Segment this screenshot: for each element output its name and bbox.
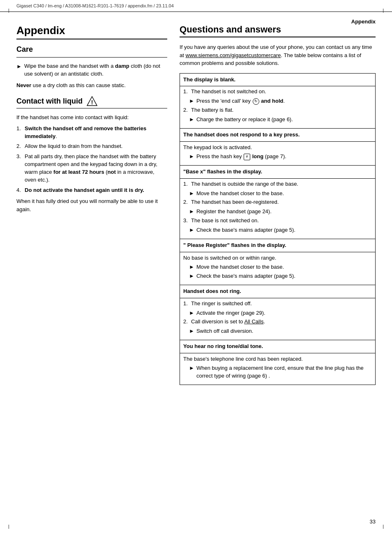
qa-1-bullet-1: ► Press the 'end call' key ↻ and hold.	[189, 97, 372, 105]
qa-1-item-2: 2. The battery is flat.	[183, 106, 372, 114]
qa-3-bullet-2-text: Register the handset (page 24).	[196, 208, 272, 216]
liquid-item-3: 3. Pat all parts dry, then place the han…	[16, 153, 167, 184]
qa-3-num-3: 3.	[183, 217, 189, 225]
qa-3-bullet-1: ► Move the handset closer to the base.	[189, 190, 372, 198]
qa-4-bullet-1-text: Move the handset closer to the base.	[196, 263, 284, 271]
qa-section-no-respond: The handset does not respond to a key pr…	[180, 129, 375, 166]
qa-bullet-arrow-8: ►	[189, 272, 194, 280]
qa-3-item-3-text: The base is not switched on.	[191, 217, 259, 225]
liquid-item-3-text: Pat all parts dry, then place the handse…	[25, 153, 167, 184]
qa-1-num-2: 2.	[183, 106, 189, 114]
qa-2-body-text: The keypad lock is activated.	[183, 143, 372, 152]
liquid-num-3: 3.	[16, 153, 22, 184]
liquid-item-1-bold: Switch the handset off and remove the ba…	[25, 125, 146, 139]
qa-3-bullet-1-text: Move the handset closer to the base.	[196, 190, 284, 198]
liquid-intro: If the handset has come into contact wit…	[16, 113, 167, 122]
qa-divider	[180, 37, 376, 37]
qa-5-item-1: 1. The ringer is switched off.	[183, 300, 372, 308]
qa-3-item-1: 1. The handset is outside the range of t…	[183, 180, 372, 188]
liquid-item-2-text: Allow the liquid to drain from the hands…	[25, 143, 122, 150]
hash-key-icon: #	[244, 154, 250, 160]
care-title: Care	[16, 45, 167, 54]
qa-3-bullet-2: ► Register the handset (page 24).	[189, 208, 372, 216]
qa-bullet-arrow-4: ►	[189, 190, 194, 198]
qa-3-item-3: 3. The base is not switched on.	[183, 217, 372, 225]
qa-section-header-2: The handset does not respond to a key pr…	[180, 129, 375, 142]
liquid-num-2: 2.	[16, 143, 22, 150]
qa-1-item-1-text: The handset is not switched on.	[191, 88, 266, 96]
qa-section-no-tone: You hear no ring tone/dial tone. The bas…	[180, 340, 375, 385]
care-bullet-1-text: Wipe the base and the handset with a dam…	[24, 62, 167, 78]
qa-bullet-arrow-5: ►	[189, 208, 194, 216]
liquid-num-1: 1.	[16, 125, 22, 141]
liquid-item-4: 4. Do not activate the handset again unt…	[16, 187, 167, 194]
qa-5-bullet-1-text: Activate the ringer (page 29).	[196, 309, 265, 317]
qa-title: Questions and answers	[180, 24, 376, 35]
qa-intro: If you have any queries about the use of…	[180, 43, 376, 67]
page: | | | | Gigaset C340 / lm-eng / A31008-M…	[0, 0, 392, 537]
care-never-text: Never use a dry cloth as this can cause …	[16, 81, 167, 90]
qa-5-item-2-text: Call diversion is set to All Calls.	[191, 318, 265, 326]
liquid-item-4-text: Do not activate the handset again until …	[25, 187, 144, 194]
qa-section-body-5: 1. The ringer is switched off. ► Activat…	[180, 298, 375, 340]
care-never-bold: Never	[16, 82, 31, 88]
qa-bullet-arrow-1: ►	[189, 97, 194, 105]
qa-bullet-arrow-9: ►	[189, 309, 194, 317]
right-column: Questions and answers If you have any qu…	[180, 24, 376, 385]
top-right-label: Appendix	[351, 18, 376, 25]
qa-section-header-6: You hear no ring tone/dial tone.	[180, 340, 375, 353]
qa-section-body-1: 1. The handset is not switched on. ► Pre…	[180, 86, 375, 128]
qa-1-bullet-2-text: Charge the battery or replace it (page 6…	[196, 116, 293, 124]
qa-3-item-2: 2. The handset has been de-registered.	[183, 198, 372, 206]
qa-3-bullet-3: ► Check the base's mains adapter (page 5…	[189, 226, 372, 234]
qa-3-num-2: 2.	[183, 198, 189, 206]
qa-bullet-arrow-3: ►	[189, 153, 194, 161]
qa-section-header-3: "Base x" flashes in the display.	[180, 166, 375, 179]
qa-1-item-1: 1. The handset is not switched on.	[183, 88, 372, 96]
qa-6-bullet-1: ► When buying a replacement line cord, e…	[189, 364, 372, 380]
qa-bullet-arrow-2: ►	[189, 116, 194, 124]
qa-section-body-4: No base is switched on or within range. …	[180, 252, 375, 285]
qa-4-bullet-2: ► Check the base's mains adapter (page 5…	[189, 272, 372, 280]
care-section: Care ► Wipe the base and the handset wit…	[16, 45, 167, 89]
qa-2-bullet-1-text: Press the hash key # long (page 7).	[196, 153, 286, 161]
qa-5-num-1: 1.	[183, 300, 189, 308]
qa-5-bullet-1: ► Activate the ringer (page 29).	[189, 309, 372, 317]
liquid-title: Contact with liquid	[16, 97, 83, 106]
liquid-item-3-bold: for at least 72 hours	[53, 169, 104, 175]
main-title: Appendix	[16, 24, 167, 37]
liquid-section: Contact with liquid ! If the handset has…	[16, 96, 167, 213]
qa-5-num-2: 2.	[183, 318, 189, 326]
corner-mark-tl: |	[8, 8, 9, 13]
qa-3-num-1: 1.	[183, 180, 189, 188]
qa-section-header-5: Handset does not ring.	[180, 285, 375, 298]
qa-and-hold-bold: and hold	[261, 98, 283, 104]
qa-section-body-2: The keypad lock is activated. ► Press th…	[180, 142, 375, 165]
care-bullet-1: ► Wipe the base and the handset with a d…	[16, 62, 167, 78]
qa-long-bold: long	[252, 153, 263, 159]
liquid-title-row: Contact with liquid !	[16, 96, 167, 106]
header-text: Gigaset C340 / lm-eng / A31008-M1621-R10…	[16, 3, 174, 8]
qa-1-item-2-text: The battery is flat.	[191, 106, 233, 114]
svg-text:!: !	[91, 99, 93, 106]
care-damp-bold: damp	[115, 63, 129, 69]
qa-5-bullet-2-text: Switch off call diversion.	[196, 327, 254, 335]
liquid-item-1: 1. Switch the handset off and remove the…	[16, 125, 167, 141]
qa-table: The display is blank. 1. The handset is …	[180, 73, 376, 385]
qa-section-no-ring: Handset does not ring. 1. The ringer is …	[180, 285, 375, 340]
qa-2-bullet-1: ► Press the hash key # long (page 7).	[189, 153, 372, 161]
bullet-arrow-1: ►	[16, 63, 22, 78]
end-call-icon: ↻	[253, 98, 259, 105]
corner-mark-bl: |	[8, 524, 9, 529]
main-content: Appendix Care ► Wipe the base and the ha…	[0, 16, 392, 401]
liquid-outro: When it has fully dried out you will nor…	[16, 197, 167, 213]
liquid-num-4: 4.	[16, 187, 22, 194]
qa-link: www.siemens.com/gigasetcustomercare	[186, 52, 281, 58]
qa-1-bullet-2: ► Charge the battery or replace it (page…	[189, 116, 372, 124]
qa-section-body-6: The base's telephone line cord has been …	[180, 353, 375, 385]
header: Gigaset C340 / lm-eng / A31008-M1621-R10…	[0, 0, 392, 12]
qa-bullet-arrow-7: ►	[189, 263, 194, 271]
qa-4-bullet-2-text: Check the base's mains adapter (page 5).	[196, 272, 295, 280]
liquid-item-2: 2. Allow the liquid to drain from the ha…	[16, 143, 167, 150]
warning-icon: !	[87, 96, 97, 106]
